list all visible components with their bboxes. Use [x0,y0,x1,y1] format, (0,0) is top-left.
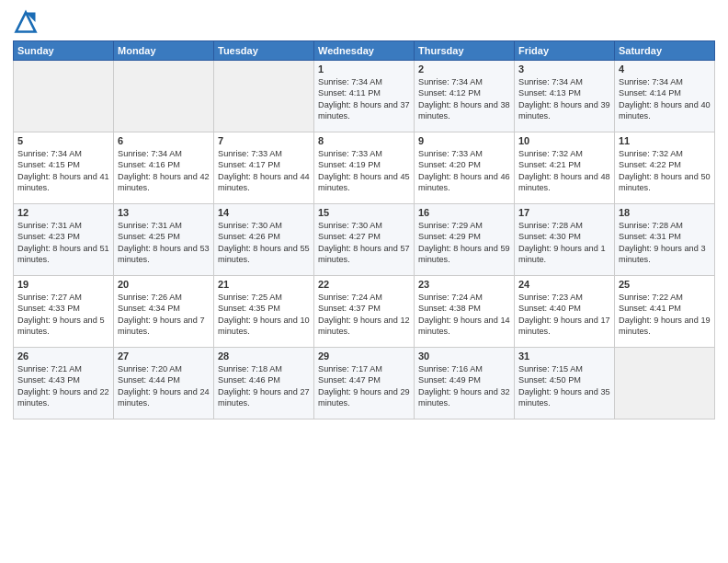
day-number: 24 [518,279,610,290]
day-info: Sunrise: 7:33 AM Sunset: 4:19 PM Dayligh… [318,148,410,194]
calendar-day-cell: 23Sunrise: 7:24 AM Sunset: 4:38 PM Dayli… [415,276,515,348]
header [13,9,715,35]
day-number: 16 [418,207,510,218]
weekday-header-row: SundayMondayTuesdayWednesdayThursdayFrid… [14,41,715,61]
day-info: Sunrise: 7:34 AM Sunset: 4:16 PM Dayligh… [118,148,210,194]
calendar-day-cell: 2Sunrise: 7:34 AM Sunset: 4:12 PM Daylig… [415,61,515,132]
logo [13,9,40,35]
day-number: 1 [318,63,410,75]
day-info: Sunrise: 7:34 AM Sunset: 4:13 PM Dayligh… [518,76,610,122]
calendar-day-cell: 18Sunrise: 7:28 AM Sunset: 4:31 PM Dayli… [615,204,715,276]
day-info: Sunrise: 7:27 AM Sunset: 4:33 PM Dayligh… [17,292,109,338]
day-info: Sunrise: 7:17 AM Sunset: 4:47 PM Dayligh… [318,363,410,409]
weekday-header-tuesday: Tuesday [214,41,314,61]
day-info: Sunrise: 7:32 AM Sunset: 4:21 PM Dayligh… [518,148,610,194]
calendar-day-cell [214,61,314,132]
day-info: Sunrise: 7:34 AM Sunset: 4:12 PM Dayligh… [418,76,510,122]
calendar-day-cell: 9Sunrise: 7:33 AM Sunset: 4:20 PM Daylig… [415,132,515,204]
day-number: 7 [218,135,310,146]
day-info: Sunrise: 7:31 AM Sunset: 4:25 PM Dayligh… [118,220,210,266]
calendar-table: SundayMondayTuesdayWednesdayThursdayFrid… [13,40,715,419]
calendar-day-cell: 31Sunrise: 7:15 AM Sunset: 4:50 PM Dayli… [515,348,615,419]
day-info: Sunrise: 7:20 AM Sunset: 4:44 PM Dayligh… [118,363,210,409]
weekday-header-sunday: Sunday [14,41,114,61]
day-info: Sunrise: 7:24 AM Sunset: 4:37 PM Dayligh… [318,292,410,338]
calendar-day-cell: 11Sunrise: 7:32 AM Sunset: 4:22 PM Dayli… [615,132,715,204]
day-number: 30 [418,350,510,362]
calendar-day-cell: 8Sunrise: 7:33 AM Sunset: 4:19 PM Daylig… [314,132,415,204]
day-number: 2 [418,63,510,75]
day-info: Sunrise: 7:28 AM Sunset: 4:30 PM Dayligh… [518,220,610,266]
calendar-day-cell: 5Sunrise: 7:34 AM Sunset: 4:15 PM Daylig… [14,132,114,204]
day-number: 5 [17,135,109,146]
day-number: 8 [318,135,410,146]
calendar-day-cell: 10Sunrise: 7:32 AM Sunset: 4:21 PM Dayli… [515,132,615,204]
day-info: Sunrise: 7:33 AM Sunset: 4:20 PM Dayligh… [418,148,510,194]
day-number: 6 [118,135,210,146]
calendar-day-cell: 25Sunrise: 7:22 AM Sunset: 4:41 PM Dayli… [615,276,715,348]
calendar-day-cell [14,61,114,132]
calendar-day-cell: 12Sunrise: 7:31 AM Sunset: 4:23 PM Dayli… [14,204,114,276]
day-info: Sunrise: 7:23 AM Sunset: 4:40 PM Dayligh… [518,292,610,338]
day-info: Sunrise: 7:15 AM Sunset: 4:50 PM Dayligh… [518,363,610,409]
day-number: 23 [418,279,510,290]
calendar-body: 1Sunrise: 7:34 AM Sunset: 4:11 PM Daylig… [14,61,715,419]
calendar-day-cell: 16Sunrise: 7:29 AM Sunset: 4:29 PM Dayli… [415,204,515,276]
day-info: Sunrise: 7:25 AM Sunset: 4:35 PM Dayligh… [218,292,310,338]
day-number: 29 [318,350,410,362]
day-info: Sunrise: 7:33 AM Sunset: 4:17 PM Dayligh… [218,148,310,194]
calendar-day-cell: 19Sunrise: 7:27 AM Sunset: 4:33 PM Dayli… [14,276,114,348]
weekday-header-saturday: Saturday [615,41,715,61]
calendar-day-cell: 30Sunrise: 7:16 AM Sunset: 4:49 PM Dayli… [415,348,515,419]
calendar-day-cell: 28Sunrise: 7:18 AM Sunset: 4:46 PM Dayli… [214,348,314,419]
weekday-header-thursday: Thursday [415,41,515,61]
calendar-day-cell: 3Sunrise: 7:34 AM Sunset: 4:13 PM Daylig… [515,61,615,132]
calendar-week-row: 26Sunrise: 7:21 AM Sunset: 4:43 PM Dayli… [14,348,715,419]
calendar-week-row: 5Sunrise: 7:34 AM Sunset: 4:15 PM Daylig… [14,132,715,204]
calendar-day-cell: 14Sunrise: 7:30 AM Sunset: 4:26 PM Dayli… [214,204,314,276]
day-number: 22 [318,279,410,290]
day-number: 26 [17,350,109,362]
weekday-header-wednesday: Wednesday [314,41,415,61]
day-info: Sunrise: 7:22 AM Sunset: 4:41 PM Dayligh… [619,292,711,338]
day-info: Sunrise: 7:31 AM Sunset: 4:23 PM Dayligh… [17,220,109,266]
calendar-week-row: 12Sunrise: 7:31 AM Sunset: 4:23 PM Dayli… [14,204,715,276]
calendar-header: SundayMondayTuesdayWednesdayThursdayFrid… [14,41,715,61]
day-info: Sunrise: 7:21 AM Sunset: 4:43 PM Dayligh… [17,363,109,409]
day-info: Sunrise: 7:28 AM Sunset: 4:31 PM Dayligh… [619,220,711,266]
day-number: 19 [17,279,109,290]
day-number: 15 [318,207,410,218]
day-info: Sunrise: 7:30 AM Sunset: 4:26 PM Dayligh… [218,220,310,266]
day-number: 25 [619,279,711,290]
calendar-day-cell: 17Sunrise: 7:28 AM Sunset: 4:30 PM Dayli… [515,204,615,276]
calendar-day-cell: 27Sunrise: 7:20 AM Sunset: 4:44 PM Dayli… [114,348,214,419]
day-number: 3 [518,63,610,75]
day-info: Sunrise: 7:30 AM Sunset: 4:27 PM Dayligh… [318,220,410,266]
day-info: Sunrise: 7:34 AM Sunset: 4:15 PM Dayligh… [17,148,109,194]
calendar-week-row: 19Sunrise: 7:27 AM Sunset: 4:33 PM Dayli… [14,276,715,348]
calendar-day-cell: 26Sunrise: 7:21 AM Sunset: 4:43 PM Dayli… [14,348,114,419]
logo-icon [13,9,39,35]
calendar-week-row: 1Sunrise: 7:34 AM Sunset: 4:11 PM Daylig… [14,61,715,132]
day-number: 10 [518,135,610,146]
calendar-day-cell [114,61,214,132]
day-number: 28 [218,350,310,362]
weekday-header-monday: Monday [114,41,214,61]
weekday-header-friday: Friday [515,41,615,61]
calendar-day-cell: 21Sunrise: 7:25 AM Sunset: 4:35 PM Dayli… [214,276,314,348]
day-number: 9 [418,135,510,146]
calendar-day-cell: 1Sunrise: 7:34 AM Sunset: 4:11 PM Daylig… [314,61,415,132]
day-number: 27 [118,350,210,362]
calendar-day-cell: 29Sunrise: 7:17 AM Sunset: 4:47 PM Dayli… [314,348,415,419]
calendar-day-cell: 7Sunrise: 7:33 AM Sunset: 4:17 PM Daylig… [214,132,314,204]
calendar-day-cell: 22Sunrise: 7:24 AM Sunset: 4:37 PM Dayli… [314,276,415,348]
calendar-day-cell: 24Sunrise: 7:23 AM Sunset: 4:40 PM Dayli… [515,276,615,348]
day-info: Sunrise: 7:29 AM Sunset: 4:29 PM Dayligh… [418,220,510,266]
calendar-day-cell: 4Sunrise: 7:34 AM Sunset: 4:14 PM Daylig… [615,61,715,132]
day-number: 20 [118,279,210,290]
day-info: Sunrise: 7:18 AM Sunset: 4:46 PM Dayligh… [218,363,310,409]
day-number: 13 [118,207,210,218]
calendar-day-cell [615,348,715,419]
calendar-day-cell: 13Sunrise: 7:31 AM Sunset: 4:25 PM Dayli… [114,204,214,276]
day-number: 4 [619,63,711,75]
